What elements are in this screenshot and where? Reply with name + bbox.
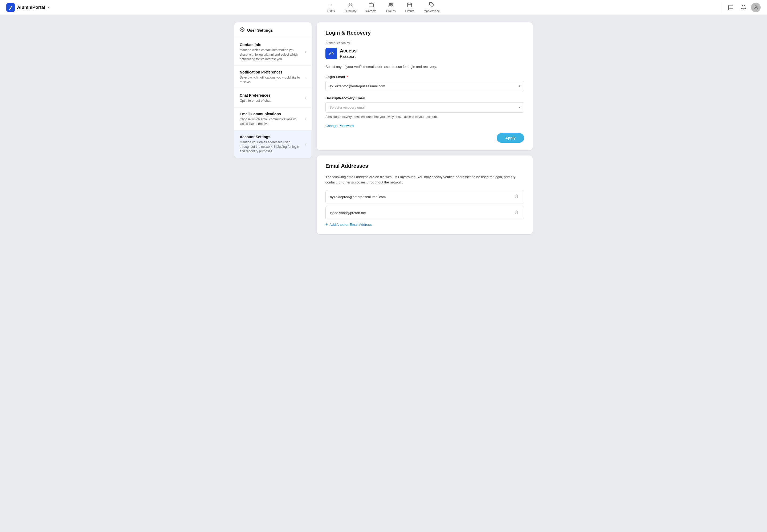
email-addresses-title: Email Addresses — [325, 163, 524, 169]
email-row: insoo.yoon@proton.me — [325, 206, 524, 219]
careers-icon — [369, 2, 374, 9]
svg-rect-1 — [369, 4, 374, 7]
login-email-select-wrapper: ay+oktaprod@enterprisealumni.com ▾ — [325, 81, 524, 91]
chevron-right-icon: › — [305, 50, 306, 54]
email-row: ay+oktaprod@enterprisealumni.com — [325, 190, 524, 203]
chevron-right-icon: › — [305, 117, 306, 121]
nav-label-groups: Groups — [386, 9, 395, 13]
svg-point-9 — [755, 6, 757, 7]
login-email-label: Login Email * — [325, 75, 524, 79]
settings-icon — [240, 27, 244, 33]
header-right — [440, 2, 761, 13]
nav-item-marketplace[interactable]: Marketplace — [424, 2, 440, 13]
change-password-link[interactable]: Change Password — [325, 124, 354, 128]
nav-label-directory: Directory — [345, 9, 356, 13]
plus-icon: + — [325, 222, 328, 227]
nav-item-directory[interactable]: Directory — [345, 2, 356, 13]
events-icon — [407, 2, 412, 9]
nav-item-careers[interactable]: Careers — [366, 2, 376, 13]
auth-label: Authentication by — [325, 41, 524, 45]
user-avatar-button[interactable] — [751, 3, 761, 12]
sidebar-item-notification-preferences[interactable]: Notification Preferences Select which no… — [234, 66, 312, 89]
svg-rect-4 — [408, 3, 412, 7]
sidebar-item-title: Account Settings — [240, 135, 303, 139]
content-area: Login & Recovery Authentication by AP Ac… — [317, 22, 533, 234]
main-nav: ⌂ Home Directory Careers Groups Events — [327, 2, 440, 13]
sidebar-item-desc: Choose which email communications you wo… — [240, 117, 303, 126]
add-email-link[interactable]: + Add Another Email Address — [325, 222, 524, 227]
email-delete-button[interactable] — [513, 210, 520, 216]
chevron-right-icon: › — [305, 142, 306, 146]
chat-button[interactable] — [725, 2, 736, 13]
marketplace-icon — [429, 2, 434, 9]
nav-label-events: Events — [405, 9, 414, 13]
sidebar-item-title: Notification Preferences — [240, 70, 303, 74]
home-icon: ⌂ — [330, 2, 333, 9]
main-content: User Settings Contact Info Manage which … — [192, 15, 575, 242]
groups-icon — [388, 2, 393, 9]
recovery-email-select[interactable]: Select a recovery email — [325, 102, 524, 113]
sidebar-item-account-settings[interactable]: Account Settings Manage your email addre… — [234, 130, 312, 158]
nav-label-marketplace: Marketplace — [424, 9, 440, 13]
sidebar-title: User Settings — [247, 28, 273, 32]
sidebar-item-desc: Manage your email addresses used through… — [240, 140, 303, 153]
nav-label-careers: Careers — [366, 9, 376, 13]
nav-label-home: Home — [327, 9, 335, 12]
sidebar-item-email-communications[interactable]: Email Communications Choose which email … — [234, 108, 312, 131]
header: y AlumniPortal ▾ ⌂ Home Directory Career… — [0, 0, 767, 15]
recovery-email-select-wrapper: Select a recovery email ▾ — [325, 102, 524, 113]
login-recovery-title: Login & Recovery — [325, 30, 524, 36]
logo-chevron-icon[interactable]: ▾ — [48, 6, 50, 9]
svg-point-3 — [391, 3, 393, 5]
sidebar-card: User Settings Contact Info Manage which … — [234, 22, 312, 158]
email-value: ay+oktaprod@enterprisealumni.com — [330, 195, 386, 199]
email-addresses-card: Email Addresses The following email addr… — [317, 155, 533, 234]
card-footer: Apply — [325, 133, 524, 143]
nav-item-home[interactable]: ⌂ Home — [327, 2, 335, 12]
svg-point-0 — [350, 3, 352, 5]
sidebar-item-title: Email Communications — [240, 112, 303, 116]
nav-item-events[interactable]: Events — [405, 2, 414, 13]
email-delete-button[interactable] — [513, 194, 520, 200]
email-value: insoo.yoon@proton.me — [330, 211, 366, 215]
notifications-button[interactable] — [738, 2, 749, 13]
ap-badge: AP — [325, 48, 337, 59]
chevron-right-icon: › — [305, 96, 306, 100]
sidebar-item-contact-info[interactable]: Contact Info Manage which contact inform… — [234, 38, 312, 66]
ap-name: Access Passport — [340, 48, 357, 59]
sidebar-item-title: Chat Preferences — [240, 93, 303, 97]
sidebar: User Settings Contact Info Manage which … — [234, 22, 312, 234]
login-recovery-desc: Select any of your verified email addres… — [325, 64, 524, 69]
logo-icon: y — [6, 3, 15, 12]
nav-item-groups[interactable]: Groups — [386, 2, 395, 13]
required-marker: * — [346, 75, 348, 79]
access-passport-logo: AP Access Passport — [325, 48, 524, 59]
header-divider — [721, 2, 721, 13]
login-email-select[interactable]: ay+oktaprod@enterprisealumni.com — [325, 81, 524, 91]
chevron-right-icon: › — [305, 75, 306, 79]
sidebar-item-title: Contact Info — [240, 43, 303, 47]
backup-email-label: Backup/Recovery Email — [325, 96, 524, 100]
add-email-label: Add Another Email Address — [329, 223, 372, 227]
svg-point-2 — [389, 3, 391, 5]
app-name: AlumniPortal — [17, 5, 45, 10]
sidebar-item-desc: Select which notifications you would lik… — [240, 75, 303, 84]
sidebar-item-desc: Opt into or out of chat. — [240, 99, 303, 103]
apply-button[interactable]: Apply — [497, 133, 524, 143]
sidebar-item-desc: Manage which contact information you sha… — [240, 48, 303, 61]
login-recovery-card: Login & Recovery Authentication by AP Ac… — [317, 22, 533, 150]
email-addresses-desc: The following email address are on file … — [325, 174, 524, 185]
svg-point-10 — [242, 29, 243, 30]
field-hint: A backup/recovery email ensures that you… — [325, 115, 524, 119]
directory-icon — [348, 2, 353, 9]
sidebar-item-chat-preferences[interactable]: Chat Preferences Opt into or out of chat… — [234, 89, 312, 108]
sidebar-header: User Settings — [234, 22, 312, 38]
logo-area: y AlumniPortal ▾ — [6, 3, 327, 12]
